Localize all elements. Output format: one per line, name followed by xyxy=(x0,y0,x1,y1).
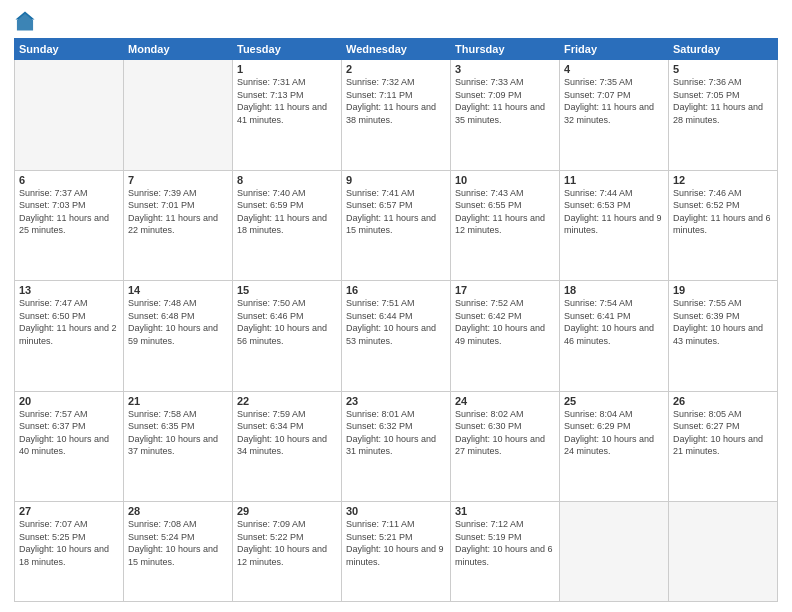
day-info: Sunrise: 7:43 AMSunset: 6:55 PMDaylight:… xyxy=(455,187,555,237)
header xyxy=(14,10,778,32)
calendar-cell: 4Sunrise: 7:35 AMSunset: 7:07 PMDaylight… xyxy=(560,60,669,171)
calendar-cell xyxy=(15,60,124,171)
weekday-header-wednesday: Wednesday xyxy=(342,39,451,60)
calendar-cell: 20Sunrise: 7:57 AMSunset: 6:37 PMDayligh… xyxy=(15,391,124,502)
day-number: 3 xyxy=(455,63,555,75)
day-number: 14 xyxy=(128,284,228,296)
day-info: Sunrise: 7:35 AMSunset: 7:07 PMDaylight:… xyxy=(564,76,664,126)
day-info: Sunrise: 8:01 AMSunset: 6:32 PMDaylight:… xyxy=(346,408,446,458)
logo xyxy=(14,10,40,32)
calendar-week-row: 13Sunrise: 7:47 AMSunset: 6:50 PMDayligh… xyxy=(15,281,778,392)
weekday-header-friday: Friday xyxy=(560,39,669,60)
calendar-cell: 28Sunrise: 7:08 AMSunset: 5:24 PMDayligh… xyxy=(124,502,233,602)
calendar-cell: 26Sunrise: 8:05 AMSunset: 6:27 PMDayligh… xyxy=(669,391,778,502)
calendar-cell: 24Sunrise: 8:02 AMSunset: 6:30 PMDayligh… xyxy=(451,391,560,502)
day-number: 17 xyxy=(455,284,555,296)
day-info: Sunrise: 7:50 AMSunset: 6:46 PMDaylight:… xyxy=(237,297,337,347)
calendar-cell: 17Sunrise: 7:52 AMSunset: 6:42 PMDayligh… xyxy=(451,281,560,392)
day-number: 30 xyxy=(346,505,446,517)
day-info: Sunrise: 7:59 AMSunset: 6:34 PMDaylight:… xyxy=(237,408,337,458)
calendar-cell xyxy=(560,502,669,602)
day-number: 10 xyxy=(455,174,555,186)
calendar-week-row: 20Sunrise: 7:57 AMSunset: 6:37 PMDayligh… xyxy=(15,391,778,502)
svg-marker-1 xyxy=(17,13,33,31)
day-number: 4 xyxy=(564,63,664,75)
calendar-cell: 16Sunrise: 7:51 AMSunset: 6:44 PMDayligh… xyxy=(342,281,451,392)
calendar-cell: 30Sunrise: 7:11 AMSunset: 5:21 PMDayligh… xyxy=(342,502,451,602)
day-info: Sunrise: 7:54 AMSunset: 6:41 PMDaylight:… xyxy=(564,297,664,347)
calendar-cell: 9Sunrise: 7:41 AMSunset: 6:57 PMDaylight… xyxy=(342,170,451,281)
day-number: 29 xyxy=(237,505,337,517)
day-info: Sunrise: 7:47 AMSunset: 6:50 PMDaylight:… xyxy=(19,297,119,347)
day-number: 21 xyxy=(128,395,228,407)
calendar-cell: 11Sunrise: 7:44 AMSunset: 6:53 PMDayligh… xyxy=(560,170,669,281)
weekday-header-saturday: Saturday xyxy=(669,39,778,60)
calendar-week-row: 6Sunrise: 7:37 AMSunset: 7:03 PMDaylight… xyxy=(15,170,778,281)
calendar-cell xyxy=(124,60,233,171)
day-number: 25 xyxy=(564,395,664,407)
day-info: Sunrise: 7:51 AMSunset: 6:44 PMDaylight:… xyxy=(346,297,446,347)
day-info: Sunrise: 7:37 AMSunset: 7:03 PMDaylight:… xyxy=(19,187,119,237)
logo-icon xyxy=(14,10,36,32)
weekday-header-monday: Monday xyxy=(124,39,233,60)
day-number: 23 xyxy=(346,395,446,407)
calendar-cell: 8Sunrise: 7:40 AMSunset: 6:59 PMDaylight… xyxy=(233,170,342,281)
calendar-cell: 13Sunrise: 7:47 AMSunset: 6:50 PMDayligh… xyxy=(15,281,124,392)
day-info: Sunrise: 7:32 AMSunset: 7:11 PMDaylight:… xyxy=(346,76,446,126)
weekday-header-thursday: Thursday xyxy=(451,39,560,60)
day-number: 2 xyxy=(346,63,446,75)
calendar-cell: 1Sunrise: 7:31 AMSunset: 7:13 PMDaylight… xyxy=(233,60,342,171)
day-number: 18 xyxy=(564,284,664,296)
day-info: Sunrise: 7:55 AMSunset: 6:39 PMDaylight:… xyxy=(673,297,773,347)
calendar-cell xyxy=(669,502,778,602)
day-info: Sunrise: 8:02 AMSunset: 6:30 PMDaylight:… xyxy=(455,408,555,458)
day-number: 5 xyxy=(673,63,773,75)
day-info: Sunrise: 7:08 AMSunset: 5:24 PMDaylight:… xyxy=(128,518,228,568)
weekday-header-row: SundayMondayTuesdayWednesdayThursdayFrid… xyxy=(15,39,778,60)
calendar-cell: 27Sunrise: 7:07 AMSunset: 5:25 PMDayligh… xyxy=(15,502,124,602)
day-info: Sunrise: 8:04 AMSunset: 6:29 PMDaylight:… xyxy=(564,408,664,458)
calendar-cell: 31Sunrise: 7:12 AMSunset: 5:19 PMDayligh… xyxy=(451,502,560,602)
day-info: Sunrise: 7:48 AMSunset: 6:48 PMDaylight:… xyxy=(128,297,228,347)
day-info: Sunrise: 7:36 AMSunset: 7:05 PMDaylight:… xyxy=(673,76,773,126)
day-info: Sunrise: 7:52 AMSunset: 6:42 PMDaylight:… xyxy=(455,297,555,347)
calendar-cell: 18Sunrise: 7:54 AMSunset: 6:41 PMDayligh… xyxy=(560,281,669,392)
calendar-cell: 29Sunrise: 7:09 AMSunset: 5:22 PMDayligh… xyxy=(233,502,342,602)
day-number: 6 xyxy=(19,174,119,186)
day-info: Sunrise: 8:05 AMSunset: 6:27 PMDaylight:… xyxy=(673,408,773,458)
day-info: Sunrise: 7:09 AMSunset: 5:22 PMDaylight:… xyxy=(237,518,337,568)
day-number: 26 xyxy=(673,395,773,407)
day-number: 15 xyxy=(237,284,337,296)
calendar-cell: 23Sunrise: 8:01 AMSunset: 6:32 PMDayligh… xyxy=(342,391,451,502)
calendar-cell: 19Sunrise: 7:55 AMSunset: 6:39 PMDayligh… xyxy=(669,281,778,392)
calendar-cell: 3Sunrise: 7:33 AMSunset: 7:09 PMDaylight… xyxy=(451,60,560,171)
day-info: Sunrise: 7:46 AMSunset: 6:52 PMDaylight:… xyxy=(673,187,773,237)
day-number: 20 xyxy=(19,395,119,407)
day-number: 13 xyxy=(19,284,119,296)
calendar-cell: 6Sunrise: 7:37 AMSunset: 7:03 PMDaylight… xyxy=(15,170,124,281)
day-number: 9 xyxy=(346,174,446,186)
calendar-cell: 7Sunrise: 7:39 AMSunset: 7:01 PMDaylight… xyxy=(124,170,233,281)
day-info: Sunrise: 7:33 AMSunset: 7:09 PMDaylight:… xyxy=(455,76,555,126)
calendar-cell: 14Sunrise: 7:48 AMSunset: 6:48 PMDayligh… xyxy=(124,281,233,392)
day-info: Sunrise: 7:58 AMSunset: 6:35 PMDaylight:… xyxy=(128,408,228,458)
calendar-cell: 2Sunrise: 7:32 AMSunset: 7:11 PMDaylight… xyxy=(342,60,451,171)
calendar-cell: 10Sunrise: 7:43 AMSunset: 6:55 PMDayligh… xyxy=(451,170,560,281)
day-number: 24 xyxy=(455,395,555,407)
day-number: 22 xyxy=(237,395,337,407)
day-info: Sunrise: 7:39 AMSunset: 7:01 PMDaylight:… xyxy=(128,187,228,237)
day-number: 27 xyxy=(19,505,119,517)
day-info: Sunrise: 7:40 AMSunset: 6:59 PMDaylight:… xyxy=(237,187,337,237)
weekday-header-tuesday: Tuesday xyxy=(233,39,342,60)
day-number: 7 xyxy=(128,174,228,186)
day-number: 8 xyxy=(237,174,337,186)
calendar-table: SundayMondayTuesdayWednesdayThursdayFrid… xyxy=(14,38,778,602)
calendar-cell: 22Sunrise: 7:59 AMSunset: 6:34 PMDayligh… xyxy=(233,391,342,502)
calendar-cell: 25Sunrise: 8:04 AMSunset: 6:29 PMDayligh… xyxy=(560,391,669,502)
day-info: Sunrise: 7:12 AMSunset: 5:19 PMDaylight:… xyxy=(455,518,555,568)
calendar-week-row: 27Sunrise: 7:07 AMSunset: 5:25 PMDayligh… xyxy=(15,502,778,602)
day-info: Sunrise: 7:11 AMSunset: 5:21 PMDaylight:… xyxy=(346,518,446,568)
day-info: Sunrise: 7:41 AMSunset: 6:57 PMDaylight:… xyxy=(346,187,446,237)
weekday-header-sunday: Sunday xyxy=(15,39,124,60)
day-number: 19 xyxy=(673,284,773,296)
